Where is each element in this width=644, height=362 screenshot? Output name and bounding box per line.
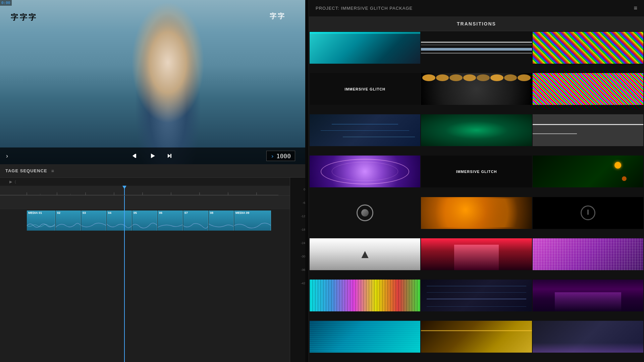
volume-meter-panel: 0 -6 -12 -18 -24 -30 -36 -42 [290,178,305,362]
tool-icon-pointer[interactable]: ▶ [9,180,12,184]
transition-item-14[interactable] [421,197,532,229]
transition-item-13[interactable] [310,197,420,229]
timeline-ruler [0,186,290,196]
timeline-main: 0:00 ▶ 〈 [0,178,290,362]
clip-media-09[interactable]: MEDIA 09 [234,210,271,231]
rewind-button[interactable] [130,150,141,161]
transition-item-21[interactable] [533,280,643,311]
meter-42: -42 [301,282,305,285]
svg-marker-0 [132,154,135,158]
right-panel: PROJECT: IMMERSIVE GLITCH PACKAGE ≡ TRAN… [309,0,644,362]
video-figure [0,0,305,164]
tool-icon-razor[interactable]: 〈 [15,180,16,184]
project-header: PROJECT: IMMERSIVE GLITCH PACKAGE ≡ [309,0,644,17]
tool-row: 0:00 ▶ 〈 [0,178,290,186]
video-preview: 字字字字字字字字字 字字字字字字 › [0,0,305,164]
meter-30: -30 [301,255,305,258]
transition-item-15[interactable] [533,197,643,229]
transition-item-6[interactable] [533,73,643,105]
transition-item-9[interactable] [533,114,643,146]
transition-item-5[interactable] [421,73,532,105]
transition-item-11[interactable]: IMMERSIVE GLITCH [421,156,532,187]
transition-item-3[interactable] [533,32,643,64]
transition-item-2[interactable] [421,32,532,64]
transitions-header: TRANSITIONS [309,17,644,31]
clip-media-01[interactable]: MEDIA 01 [27,210,55,231]
sequence-title: TAGE SEQUENCE [5,168,47,173]
transition-item-17[interactable] [421,238,532,270]
transition-item-16[interactable]: ▲ [310,238,420,270]
timecode-arrow: › [271,153,274,160]
transition-item-19[interactable] [310,280,420,311]
sequence-area: TAGE SEQUENCE ≡ 0:00 ▶ 〈 [0,164,305,362]
clip-08[interactable]: 08 [209,210,234,231]
transition-item-8[interactable] [421,114,532,146]
project-menu-icon[interactable]: ≡ [634,5,637,12]
timecode-value: 1000 [276,153,291,160]
clip-07[interactable]: 07 [183,210,208,231]
project-title: PROJECT: IMMERSIVE GLITCH PACKAGE [316,6,413,11]
left-panel: 字字字字字字字字字 字字字字字字 › [0,0,305,362]
transition-item-24[interactable] [533,321,643,353]
svg-marker-3 [168,154,170,158]
clip-06[interactable]: 06 [158,210,183,231]
video-background: 字字字字字字字字字 字字字字字字 [0,0,305,164]
video-track [0,196,290,209]
middle-separator [305,0,309,362]
clip-05[interactable]: 05 [132,210,157,231]
transition-item-10[interactable] [310,156,420,187]
transition-item-12[interactable] [533,156,643,187]
transitions-title: TRANSITIONS [457,21,496,26]
transition-item-1[interactable] [310,32,420,64]
meter-12: -12 [301,215,305,218]
svg-marker-2 [151,154,155,158]
meter-18: -18 [301,228,305,231]
timeline-content-row: 0:00 ▶ 〈 [0,178,305,362]
play-button[interactable] [147,150,158,161]
sequence-header: TAGE SEQUENCE ≡ [0,164,305,178]
timecode-display: › 1000 [266,151,295,161]
transition-item-23[interactable] [421,321,532,353]
audio-track: MEDIA 01 02 [0,209,290,362]
meter-24: -24 [301,241,305,245]
meter-36: -36 [301,268,305,272]
sequence-menu-icon[interactable]: ≡ [51,168,54,174]
transition-label-11: IMMERSIVE GLITCH [456,170,497,174]
step-forward-button[interactable] [165,150,175,161]
clip-02[interactable]: 02 [56,210,81,231]
meter-6: -6 [303,201,305,204]
transition-item-7[interactable] [310,114,420,146]
clip-04[interactable]: 04 [107,210,132,231]
transitions-grid: IMMERSIVE GLITCH [309,31,644,362]
svg-rect-1 [135,154,136,158]
clip-03[interactable]: 03 [81,210,106,231]
transitions-panel: TRANSITIONS IMMERSIVE GLITC [309,17,644,362]
transition-item-4[interactable]: IMMERSIVE GLITCH [310,73,420,105]
transition-label-4: IMMERSIVE GLITCH [344,87,385,91]
video-controls-bar: › › 1000 [0,147,305,164]
svg-rect-4 [170,154,171,158]
transition-item-20[interactable] [421,280,532,311]
transition-item-18[interactable] [533,238,643,270]
timeline-tracks: MEDIA 01 02 [0,196,290,362]
transition-item-22[interactable] [310,321,420,353]
expand-button[interactable]: › [6,153,8,160]
